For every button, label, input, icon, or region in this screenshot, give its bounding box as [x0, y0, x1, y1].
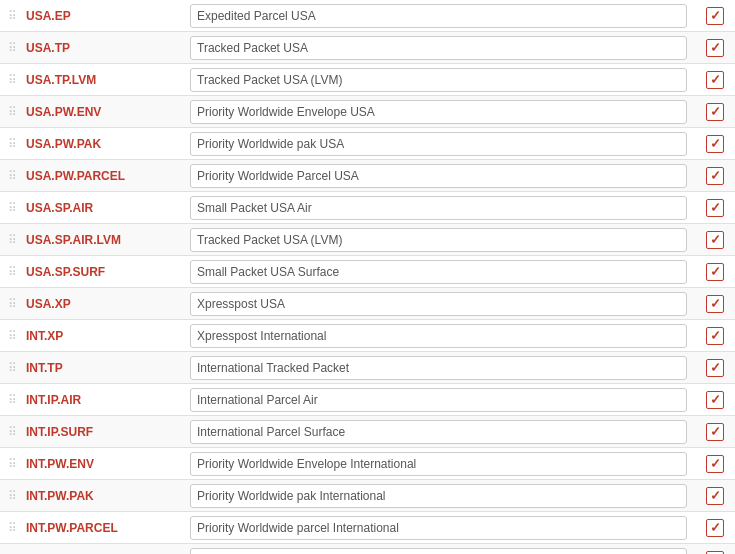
shipping-name-input[interactable]	[190, 324, 687, 348]
table-row: ⠿ USA.SP.AIR.LVM	[0, 224, 735, 256]
drag-handle[interactable]: ⠿	[0, 9, 22, 23]
drag-handle[interactable]: ⠿	[0, 329, 22, 343]
shipping-name-input[interactable]	[190, 548, 687, 555]
drag-handle[interactable]: ⠿	[0, 169, 22, 183]
drag-handle[interactable]: ⠿	[0, 137, 22, 151]
drag-handle[interactable]: ⠿	[0, 73, 22, 87]
shipping-name-field[interactable]	[182, 420, 695, 444]
shipping-name-field[interactable]	[182, 132, 695, 156]
shipping-name-field[interactable]	[182, 68, 695, 92]
shipping-enabled-checkbox[interactable]	[695, 103, 735, 121]
shipping-name-field[interactable]	[182, 548, 695, 555]
shipping-name-field[interactable]	[182, 196, 695, 220]
shipping-enabled-checkbox[interactable]	[695, 519, 735, 537]
shipping-name-field[interactable]	[182, 164, 695, 188]
shipping-enabled-checkbox[interactable]	[695, 7, 735, 25]
shipping-name-input[interactable]	[190, 68, 687, 92]
checkbox-checked-icon[interactable]	[706, 551, 724, 555]
drag-handle[interactable]: ⠿	[0, 361, 22, 375]
shipping-name-input[interactable]	[190, 228, 687, 252]
shipping-name-input[interactable]	[190, 260, 687, 284]
shipping-code: USA.TP	[22, 41, 182, 55]
shipping-enabled-checkbox[interactable]	[695, 39, 735, 57]
checkbox-checked-icon[interactable]	[706, 391, 724, 409]
checkbox-checked-icon[interactable]	[706, 103, 724, 121]
drag-handle[interactable]: ⠿	[0, 521, 22, 535]
drag-handle[interactable]: ⠿	[0, 265, 22, 279]
shipping-enabled-checkbox[interactable]	[695, 423, 735, 441]
drag-icon: ⠿	[8, 105, 15, 119]
shipping-enabled-checkbox[interactable]	[695, 71, 735, 89]
shipping-name-field[interactable]	[182, 484, 695, 508]
shipping-name-input[interactable]	[190, 36, 687, 60]
shipping-name-field[interactable]	[182, 36, 695, 60]
shipping-name-field[interactable]	[182, 100, 695, 124]
shipping-name-input[interactable]	[190, 4, 687, 28]
shipping-name-field[interactable]	[182, 324, 695, 348]
drag-handle[interactable]: ⠿	[0, 457, 22, 471]
checkbox-checked-icon[interactable]	[706, 295, 724, 313]
shipping-name-input[interactable]	[190, 164, 687, 188]
shipping-enabled-checkbox[interactable]	[695, 359, 735, 377]
shipping-enabled-checkbox[interactable]	[695, 263, 735, 281]
shipping-name-input[interactable]	[190, 196, 687, 220]
shipping-name-field[interactable]	[182, 356, 695, 380]
drag-handle[interactable]: ⠿	[0, 425, 22, 439]
checkbox-checked-icon[interactable]	[706, 135, 724, 153]
drag-handle[interactable]: ⠿	[0, 233, 22, 247]
shipping-code: USA.PW.PAK	[22, 137, 182, 151]
checkbox-checked-icon[interactable]	[706, 39, 724, 57]
shipping-enabled-checkbox[interactable]	[695, 455, 735, 473]
shipping-name-field[interactable]	[182, 452, 695, 476]
shipping-enabled-checkbox[interactable]	[695, 199, 735, 217]
shipping-name-field[interactable]	[182, 260, 695, 284]
drag-handle[interactable]: ⠿	[0, 393, 22, 407]
drag-handle[interactable]: ⠿	[0, 489, 22, 503]
drag-handle[interactable]: ⠿	[0, 105, 22, 119]
shipping-enabled-checkbox[interactable]	[695, 327, 735, 345]
shipping-enabled-checkbox[interactable]	[695, 167, 735, 185]
checkbox-checked-icon[interactable]	[706, 455, 724, 473]
checkbox-checked-icon[interactable]	[706, 423, 724, 441]
shipping-enabled-checkbox[interactable]	[695, 231, 735, 249]
shipping-code: INT.IP.AIR	[22, 393, 182, 407]
shipping-enabled-checkbox[interactable]	[695, 487, 735, 505]
shipping-enabled-checkbox[interactable]	[695, 135, 735, 153]
table-row: ⠿ INT.SP.AIR	[0, 544, 735, 554]
shipping-name-input[interactable]	[190, 388, 687, 412]
shipping-name-input[interactable]	[190, 292, 687, 316]
shipping-name-input[interactable]	[190, 356, 687, 380]
shipping-enabled-checkbox[interactable]	[695, 551, 735, 555]
checkbox-checked-icon[interactable]	[706, 519, 724, 537]
drag-icon: ⠿	[8, 233, 15, 247]
shipping-name-field[interactable]	[182, 292, 695, 316]
shipping-name-input[interactable]	[190, 484, 687, 508]
shipping-name-field[interactable]	[182, 388, 695, 412]
shipping-name-field[interactable]	[182, 4, 695, 28]
shipping-name-input[interactable]	[190, 132, 687, 156]
shipping-enabled-checkbox[interactable]	[695, 391, 735, 409]
checkbox-checked-icon[interactable]	[706, 167, 724, 185]
checkbox-checked-icon[interactable]	[706, 359, 724, 377]
shipping-name-input[interactable]	[190, 516, 687, 540]
checkbox-checked-icon[interactable]	[706, 327, 724, 345]
shipping-name-field[interactable]	[182, 516, 695, 540]
drag-handle[interactable]: ⠿	[0, 41, 22, 55]
checkbox-checked-icon[interactable]	[706, 71, 724, 89]
checkbox-checked-icon[interactable]	[706, 7, 724, 25]
shipping-name-field[interactable]	[182, 228, 695, 252]
drag-handle[interactable]: ⠿	[0, 201, 22, 215]
table-row: ⠿ INT.IP.SURF	[0, 416, 735, 448]
shipping-name-input[interactable]	[190, 420, 687, 444]
checkbox-checked-icon[interactable]	[706, 487, 724, 505]
drag-handle[interactable]: ⠿	[0, 297, 22, 311]
drag-icon: ⠿	[8, 73, 15, 87]
checkbox-checked-icon[interactable]	[706, 199, 724, 217]
shipping-enabled-checkbox[interactable]	[695, 295, 735, 313]
drag-icon: ⠿	[8, 265, 15, 279]
shipping-name-input[interactable]	[190, 100, 687, 124]
checkbox-checked-icon[interactable]	[706, 231, 724, 249]
shipping-name-input[interactable]	[190, 452, 687, 476]
shipping-code: USA.TP.LVM	[22, 73, 182, 87]
checkbox-checked-icon[interactable]	[706, 263, 724, 281]
